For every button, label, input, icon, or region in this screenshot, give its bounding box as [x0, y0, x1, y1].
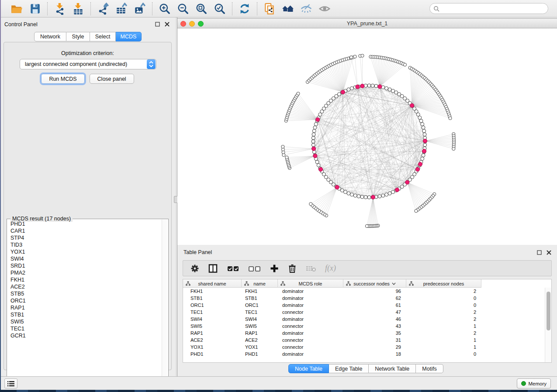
mcds-result-item[interactable]: TID3: [7, 241, 163, 248]
mcds-hub-node[interactable]: [418, 162, 422, 166]
ring-node[interactable]: [350, 193, 353, 196]
mcds-result-item[interactable]: RAP1: [7, 304, 163, 311]
cell-name[interactable]: ORC1: [242, 302, 278, 309]
float-panel-icon[interactable]: [155, 21, 160, 27]
memory-button[interactable]: Memory: [517, 378, 551, 389]
cell-predecessors[interactable]: 2: [406, 288, 481, 295]
mcds-list-scrollbar[interactable]: [162, 220, 167, 379]
cell-predecessors[interactable]: 2: [406, 316, 481, 323]
table-row[interactable]: FKH1FKH1dominator962: [183, 288, 481, 295]
cell-role[interactable]: dominator: [278, 330, 343, 337]
cell-role[interactable]: dominator: [278, 316, 343, 323]
leaf-node[interactable]: [403, 63, 406, 66]
mcds-hub-node[interactable]: [319, 167, 323, 171]
cell-predecessors[interactable]: 1: [406, 337, 481, 344]
mcds-hub-node[interactable]: [313, 154, 317, 158]
cell-shared_name[interactable]: TEC1: [183, 309, 242, 316]
cell-name[interactable]: FKH1: [242, 288, 278, 295]
export-network-button[interactable]: [97, 3, 109, 15]
leaf-node[interactable]: [349, 56, 353, 59]
ring-node[interactable]: [391, 190, 395, 194]
home-button[interactable]: [282, 3, 294, 15]
column-header-MCDS-role[interactable]: MCDS role: [278, 279, 343, 288]
ring-node[interactable]: [423, 143, 427, 147]
ring-node[interactable]: [422, 154, 425, 157]
close-panel-icon[interactable]: [546, 250, 552, 255]
zoom-fit-button[interactable]: [195, 3, 208, 15]
export-table-button[interactable]: [115, 3, 128, 15]
import-network-button[interactable]: [54, 3, 66, 15]
cell-role[interactable]: dominator: [278, 288, 343, 295]
table-settings-button[interactable]: [190, 264, 200, 273]
ring-node[interactable]: [374, 84, 378, 88]
close-window-icon[interactable]: [180, 21, 186, 27]
cell-shared_name[interactable]: SWI5: [183, 323, 242, 330]
leaf-node[interactable]: [452, 147, 455, 150]
search-field[interactable]: [429, 3, 548, 14]
ring-node[interactable]: [312, 133, 315, 136]
mcds-result-item[interactable]: STP4: [7, 234, 163, 241]
ring-node[interactable]: [312, 129, 316, 133]
ring-node[interactable]: [360, 195, 364, 199]
column-header-successor-nodes[interactable]: successor nodes: [343, 279, 406, 288]
ring-node[interactable]: [315, 160, 319, 164]
network-window-titlebar[interactable]: YPA_prune.txt_1: [177, 19, 557, 28]
column-header-shared-name[interactable]: shared name: [183, 279, 242, 288]
mcds-hub-node[interactable]: [316, 117, 320, 121]
ring-node[interactable]: [378, 195, 381, 198]
ring-node[interactable]: [421, 122, 424, 126]
ring-node[interactable]: [418, 116, 422, 120]
cell-predecessors[interactable]: 1: [406, 344, 481, 351]
mcds-hub-node[interactable]: [335, 185, 339, 189]
cell-successors[interactable]: 47: [343, 309, 406, 316]
network-graph[interactable]: [177, 28, 557, 245]
close-panel-icon[interactable]: [164, 21, 170, 27]
cell-name[interactable]: SWI5: [242, 323, 278, 330]
column-header-name[interactable]: name: [242, 279, 278, 288]
cell-shared_name[interactable]: YOX1: [183, 344, 242, 351]
ring-node[interactable]: [314, 122, 318, 126]
import-table-button[interactable]: [72, 3, 84, 15]
search-input[interactable]: [439, 6, 544, 12]
table-scrollbar-thumb[interactable]: [547, 292, 550, 330]
mcds-result-item[interactable]: STB5: [7, 290, 163, 297]
network-canvas[interactable]: [177, 28, 557, 245]
cell-shared_name[interactable]: ORC1: [183, 302, 242, 309]
close-panel-button[interactable]: Close panel: [90, 74, 134, 84]
cell-name[interactable]: STB1: [242, 295, 278, 302]
cell-successors[interactable]: 46: [343, 316, 406, 323]
save-button[interactable]: [29, 3, 41, 15]
table-row[interactable]: RAP1RAP1dominator352: [183, 330, 481, 337]
mcds-result-item[interactable]: PMA2: [7, 269, 163, 276]
ring-node[interactable]: [367, 196, 371, 199]
zoom-in-button[interactable]: [159, 3, 171, 15]
refresh-button[interactable]: [239, 3, 251, 15]
cell-role[interactable]: connector: [278, 323, 343, 330]
leaf-node[interactable]: [353, 55, 356, 58]
run-mcds-button[interactable]: Run MCDS: [41, 74, 84, 84]
mcds-hub-node[interactable]: [423, 139, 427, 143]
unselect-all-columns-button[interactable]: [248, 264, 261, 273]
create-column-button[interactable]: [270, 264, 279, 273]
cell-shared_name[interactable]: SWI4: [183, 316, 242, 323]
select-all-columns-button[interactable]: [227, 264, 240, 273]
cell-predecessors[interactable]: 2: [406, 330, 481, 337]
mcds-result-item[interactable]: SRD1: [7, 262, 163, 269]
ring-node[interactable]: [422, 129, 426, 133]
cell-shared_name[interactable]: STB1: [183, 295, 242, 302]
mcds-result-item[interactable]: GCR1: [7, 332, 163, 339]
float-panel-icon[interactable]: [536, 250, 542, 255]
cell-role[interactable]: connector: [278, 344, 343, 351]
ring-node[interactable]: [353, 194, 357, 197]
cell-shared_name[interactable]: PHD1: [183, 351, 242, 358]
ring-node[interactable]: [388, 192, 391, 195]
ring-node[interactable]: [422, 126, 425, 129]
table-row[interactable]: PHD1PHD1dominator180: [183, 351, 481, 358]
table-row[interactable]: TEC1TEC1connector472: [183, 309, 481, 316]
cell-name[interactable]: RAP1: [242, 330, 278, 337]
ring-node[interactable]: [385, 86, 388, 90]
tab-node-table[interactable]: Node Table: [288, 364, 329, 373]
table-row[interactable]: ACE2ACE2connector311: [183, 337, 481, 344]
leaf-node[interactable]: [309, 203, 312, 206]
ring-node[interactable]: [311, 136, 315, 140]
